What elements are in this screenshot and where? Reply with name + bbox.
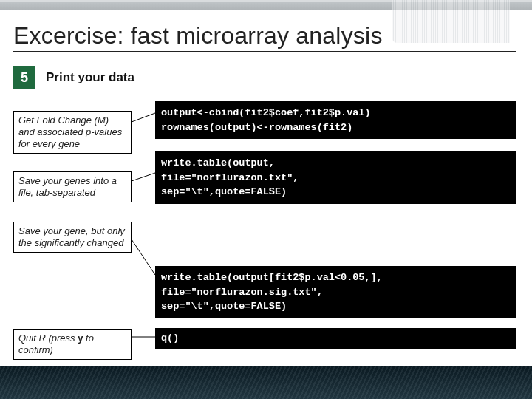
code-output-bind: output<-cbind(fit2$coef,fit2$p.val) rown…: [155, 101, 516, 139]
note-fold-change: Get Fold Change (M) and associated p-val…: [13, 111, 132, 154]
step-label: Print your data: [46, 70, 134, 85]
footer-decoration: [0, 366, 532, 399]
svg-line-1: [132, 173, 155, 181]
step-row: 5 Print your data: [13, 66, 134, 89]
svg-line-2: [132, 239, 155, 275]
note-save-significant: Save your gene, but only the significant…: [13, 222, 132, 253]
code-write-sig-table: write.table(output[fit2$p.val<0.05,], fi…: [155, 266, 516, 318]
code-quit: q(): [155, 328, 516, 349]
step-number-badge: 5: [13, 66, 35, 89]
code-write-table: write.table(output, file="norflurazon.tx…: [155, 151, 516, 204]
slide: Excercise: fast microarray analysis 5 Pr…: [0, 0, 532, 399]
slide-title: Excercise: fast microarray analysis: [13, 22, 516, 52]
svg-line-0: [132, 113, 155, 122]
note-save-genes: Save your genes into a file, tab-separat…: [13, 171, 132, 202]
note-quit-r: Quit R (press y to confirm): [13, 329, 132, 360]
note-quit-text-pre: Quit R (press: [18, 332, 78, 344]
